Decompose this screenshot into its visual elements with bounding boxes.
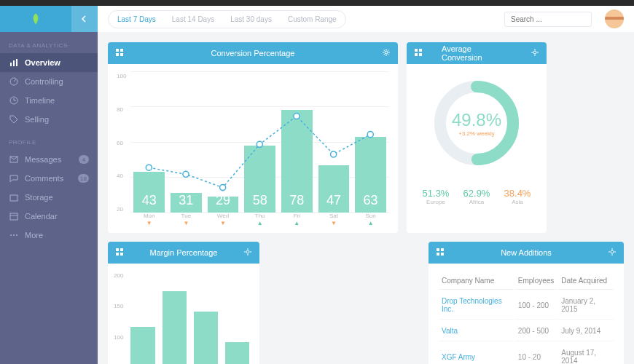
grip-icon[interactable] xyxy=(414,48,423,58)
svg-point-15 xyxy=(385,51,388,54)
sidebar-item-selling[interactable]: Selling xyxy=(0,110,98,129)
sidebar-item-label: Overview xyxy=(25,58,60,67)
svg-rect-14 xyxy=(120,53,123,56)
svg-rect-36 xyxy=(441,248,444,251)
ytick: 40 xyxy=(117,173,126,179)
leaf-icon xyxy=(29,12,42,25)
conversion-chart: 100 80 60 40 20 43312958784763 Mon▼Tue▼W… xyxy=(117,71,389,226)
bar: 47 xyxy=(318,165,350,213)
svg-point-9 xyxy=(13,234,15,236)
logo xyxy=(0,6,71,32)
pill-last-14-days[interactable]: Last 14 Days xyxy=(165,12,222,26)
ytick: 60 xyxy=(117,140,126,146)
gear-icon[interactable] xyxy=(243,248,252,258)
pill-last-30-days[interactable]: Last 30 days xyxy=(223,12,279,26)
bar: 78 xyxy=(281,110,313,213)
search-input[interactable] xyxy=(504,12,592,27)
tag-icon xyxy=(9,114,19,124)
xlabel: Wed▼ xyxy=(208,213,239,226)
card-title: New Additions xyxy=(501,248,552,257)
xlabel: Tue▼ xyxy=(171,213,202,226)
donut-value: 49.8% xyxy=(452,110,501,130)
dial-icon xyxy=(9,76,19,87)
grip-icon[interactable] xyxy=(115,48,124,58)
avatar[interactable] xyxy=(605,9,624,28)
donut-chart: 49.8% +3.2% weekly xyxy=(429,76,524,170)
ytick: 100 xyxy=(114,334,123,341)
cell-company[interactable]: XGF Army xyxy=(439,343,514,364)
svg-point-10 xyxy=(16,234,17,236)
card-average: Average Conversion 49.8% +3.2% weekl xyxy=(407,42,547,233)
table-row[interactable]: XGF Army10 - 20August 17, 2014 xyxy=(439,343,614,364)
sidebar-item-more[interactable]: More xyxy=(0,226,98,245)
bar: 43 xyxy=(133,172,165,213)
bar: 29 xyxy=(208,197,239,213)
cell-date: January 2, 2015 xyxy=(558,291,614,320)
cell-employees: 200 - 500 xyxy=(515,321,557,341)
sidebar-item-label: Controlling xyxy=(25,77,63,86)
svg-rect-30 xyxy=(116,248,119,251)
svg-rect-37 xyxy=(437,253,439,256)
card-conversion: Conversion Percentage 100 80 60 40 20 xyxy=(108,42,398,233)
svg-point-39 xyxy=(611,250,614,253)
svg-rect-1 xyxy=(13,60,15,66)
grip-icon[interactable] xyxy=(436,248,445,258)
xlabel: Sat▼ xyxy=(318,213,350,226)
bar-value: 78 xyxy=(289,193,304,213)
mini-stat-asia: 38.4%Asia xyxy=(504,188,531,205)
col-company: Company Name xyxy=(439,272,514,290)
badge: 4 xyxy=(79,155,89,164)
grip-icon[interactable] xyxy=(115,248,124,258)
table-row[interactable]: Drop Technologies Inc.100 - 200January 2… xyxy=(439,291,614,320)
gear-icon[interactable] xyxy=(531,48,539,58)
svg-rect-13 xyxy=(116,53,119,56)
svg-rect-2 xyxy=(16,59,17,66)
chat-icon xyxy=(9,173,19,183)
content: Conversion Percentage 100 80 60 40 20 xyxy=(98,32,634,364)
svg-rect-0 xyxy=(10,63,12,66)
table-row[interactable]: Valta200 - 500July 9, 2014 xyxy=(439,321,614,341)
date-range-pills: Last 7 Days Last 14 Days Last 30 days Cu… xyxy=(108,10,346,28)
clock-icon xyxy=(9,95,19,106)
card-title: Average Conversion xyxy=(442,44,512,62)
chevron-left-icon xyxy=(81,15,88,23)
svg-rect-23 xyxy=(415,49,418,52)
pill-last-7-days[interactable]: Last 7 Days xyxy=(110,12,163,26)
topbar: Last 7 Days Last 14 Days Last 30 days Cu… xyxy=(98,6,634,32)
sidebar-item-messages[interactable]: Messages 4 xyxy=(0,150,98,169)
svg-point-34 xyxy=(246,250,249,253)
svg-rect-7 xyxy=(10,213,17,220)
bar-value: 29 xyxy=(216,193,230,213)
sidebar-item-storage[interactable]: Storage xyxy=(0,188,98,207)
sidebar-item-label: Selling xyxy=(25,115,49,124)
sidebar-item-timeline[interactable]: Timeline xyxy=(0,91,98,110)
card-title: Margin Percentage xyxy=(150,248,218,257)
col-date: Date Acquired xyxy=(558,272,614,290)
gear-icon[interactable] xyxy=(608,248,617,258)
bar xyxy=(225,342,249,364)
col-employees: Employees xyxy=(515,272,557,290)
ytick: 100 xyxy=(117,73,126,79)
gear-icon[interactable] xyxy=(382,48,391,58)
mini-stat-europe: 51.3%Europe xyxy=(423,188,450,205)
pill-custom-range[interactable]: Custom Range xyxy=(281,12,344,26)
sidebar-item-comments[interactable]: Comments 18 xyxy=(0,169,98,188)
bar xyxy=(163,291,187,364)
cell-employees: 10 - 20 xyxy=(515,343,557,364)
cell-company[interactable]: Valta xyxy=(439,321,514,341)
sidebar-item-calendar[interactable]: Calendar xyxy=(0,207,98,226)
ytick: 20 xyxy=(117,206,126,213)
sidebar-item-controlling[interactable]: Controlling xyxy=(0,72,98,91)
sidebar-item-overview[interactable]: Overview xyxy=(0,53,98,72)
svg-rect-38 xyxy=(441,253,444,256)
card-additions: New Additions Company Name Employees Dat… xyxy=(428,242,624,364)
xlabel: Sun▲ xyxy=(355,213,386,226)
cell-company[interactable]: Drop Technologies Inc. xyxy=(439,291,514,320)
sidebar-section-label: DATA & ANALYTICS xyxy=(0,32,98,53)
collapse-sidebar-button[interactable] xyxy=(71,6,98,32)
mail-icon xyxy=(9,154,19,165)
svg-point-8 xyxy=(10,234,12,236)
svg-rect-24 xyxy=(419,49,422,52)
svg-rect-25 xyxy=(415,53,418,56)
bar: 31 xyxy=(171,193,202,213)
